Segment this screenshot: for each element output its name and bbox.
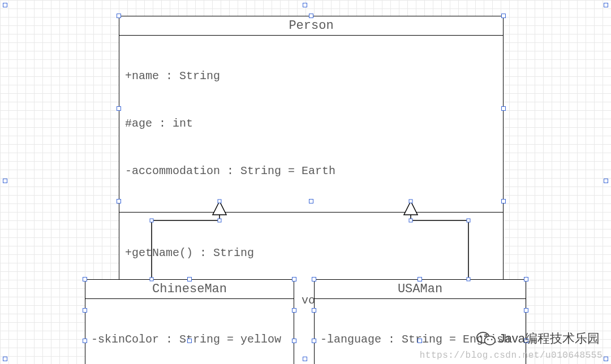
selection-handle[interactable] [604,357,608,361]
selection-handle[interactable] [117,14,121,18]
selection-handle[interactable] [418,277,422,281]
selection-handle[interactable] [83,308,87,313]
selection-handle[interactable] [418,339,422,343]
selection-handle[interactable] [292,308,296,313]
class-attributes: +name : String #age : int -accommodation… [119,36,503,213]
svg-point-13 [490,339,492,340]
attr: +name : String [125,68,497,84]
selection-handle[interactable] [604,179,608,183]
watermark-url: https://blog.csdn.net/u010648555 [420,350,603,361]
class-name: ChineseMan [85,280,294,299]
selection-handle[interactable] [604,3,608,7]
attr: -accommodation : String = Earth [125,163,497,179]
selection-handle[interactable] [501,14,506,18]
attr: #age : int [125,116,497,132]
selection-handle[interactable] [524,277,528,281]
selection-handle[interactable] [501,199,506,203]
uml-class-chineseman[interactable]: ChineseMan -skinColor : String = yellow … [85,279,294,364]
selection-handle[interactable] [83,277,87,281]
selection-handle[interactable] [303,3,307,7]
selection-handle[interactable] [312,308,316,313]
selection-handle[interactable] [117,199,121,203]
selection-handle[interactable] [3,3,7,7]
selection-handle[interactable] [187,339,192,343]
watermark-label: Java编程技术乐园 [499,330,600,347]
selection-handle[interactable] [187,277,192,281]
class-name: USAMan [315,280,526,299]
selection-handle[interactable] [312,339,316,343]
selection-handle[interactable] [3,357,7,361]
selection-handle[interactable] [83,339,87,343]
selection-handle[interactable] [524,308,528,313]
selection-handle[interactable] [312,277,316,281]
method: +getName() : String [125,245,497,261]
selection-handle[interactable] [117,106,121,111]
selection-handle[interactable] [292,339,296,343]
selection-handle[interactable] [309,199,313,203]
selection-handle[interactable] [303,357,307,361]
class-attributes: -skinColor : String = yellow [85,299,294,364]
selection-handle[interactable] [501,106,506,111]
class-name: Person [119,16,503,36]
selection-handle[interactable] [309,14,313,18]
watermark: Java编程技术乐园 [476,330,600,347]
wechat-icon [476,331,496,346]
selection-handle[interactable] [292,277,296,281]
diagram-canvas[interactable]: Person +name : String #age : int -accomm… [0,0,611,364]
svg-point-10 [480,335,481,337]
svg-point-9 [484,336,495,345]
svg-point-12 [487,339,489,340]
svg-point-11 [484,335,485,337]
selection-handle[interactable] [3,179,7,183]
